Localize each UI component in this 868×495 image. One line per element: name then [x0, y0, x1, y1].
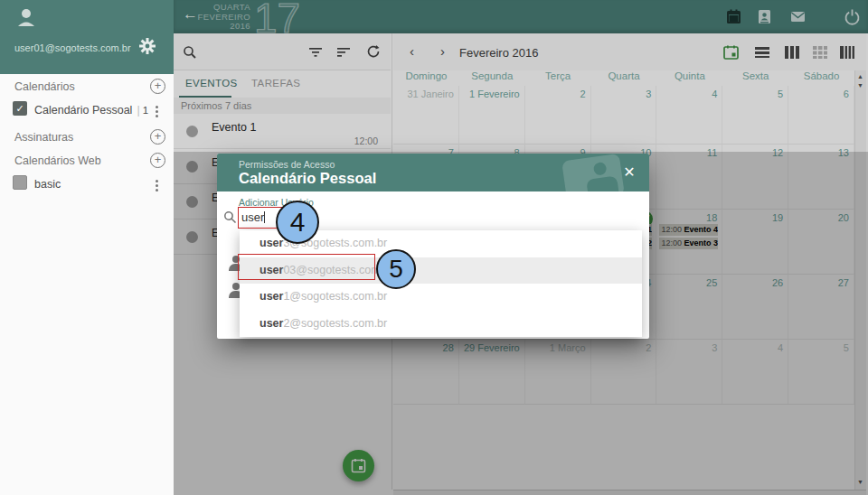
- web-calendar-color-chip[interactable]: [13, 175, 27, 190]
- settings-gear-icon[interactable]: [137, 36, 157, 56]
- web-calendar-label: basic: [34, 178, 61, 191]
- user-email: user01@sogotests.com.br: [14, 42, 131, 53]
- dialog-title: Calendário Pessoal: [239, 170, 376, 187]
- calendars-section-row: Calendários +: [0, 76, 174, 99]
- add-web-calendar-icon[interactable]: +: [150, 153, 165, 168]
- user-suggestions-dropdown: user3@sogotests.com.br user03@sogotests.…: [240, 230, 642, 337]
- calendar-count-badge: 1: [143, 105, 148, 116]
- web-calendars-header: Calendários Web: [14, 154, 101, 167]
- calendar-checkbox[interactable]: ✓: [13, 101, 27, 116]
- sidebar-header: user01@sogotests.com.br: [0, 0, 174, 74]
- web-calendars-section-row: Calendários Web +: [0, 150, 174, 173]
- close-icon[interactable]: ✕: [620, 163, 638, 182]
- dialog-header: Permissões de Acesso Calendário Pessoal …: [217, 154, 649, 191]
- web-calendar-options-icon[interactable]: [152, 177, 161, 193]
- annotation-step-4: 4: [276, 201, 319, 244]
- calendar-options-icon[interactable]: [152, 103, 161, 119]
- contacts-watermark-icon: [561, 154, 625, 191]
- personal-calendar-label: Calendário Pessoal|1: [34, 104, 148, 117]
- backdrop-dim-top: [174, 0, 868, 152]
- sogo-calendar-app: ← QUARTA FEVEREIRO 2016 17: [0, 0, 868, 495]
- calendars-header: Calendários: [14, 80, 75, 93]
- user-suggestion-item[interactable]: user1@sogotests.com.br: [240, 284, 642, 311]
- dialog-supertitle: Permissões de Acesso: [239, 159, 335, 170]
- subscriptions-header: Assinaturas: [14, 131, 73, 144]
- user-avatar-icon[interactable]: [14, 5, 38, 29]
- annotation-step-5: 5: [376, 249, 416, 289]
- subscriptions-section-row: Assinaturas +: [0, 126, 174, 150]
- user-suggestion-item[interactable]: user2@sogotests.com.br: [240, 311, 642, 338]
- web-calendar-row[interactable]: basic: [0, 173, 174, 197]
- add-calendar-icon[interactable]: +: [150, 79, 165, 94]
- annotation-box-suggestion: [238, 254, 375, 280]
- user-search-icon: [223, 210, 238, 225]
- personal-calendar-row[interactable]: ✓ Calendário Pessoal|1: [0, 99, 174, 123]
- sidebar: user01@sogotests.com.br Calendários + ✓ …: [0, 0, 174, 495]
- add-subscription-icon[interactable]: +: [150, 129, 165, 145]
